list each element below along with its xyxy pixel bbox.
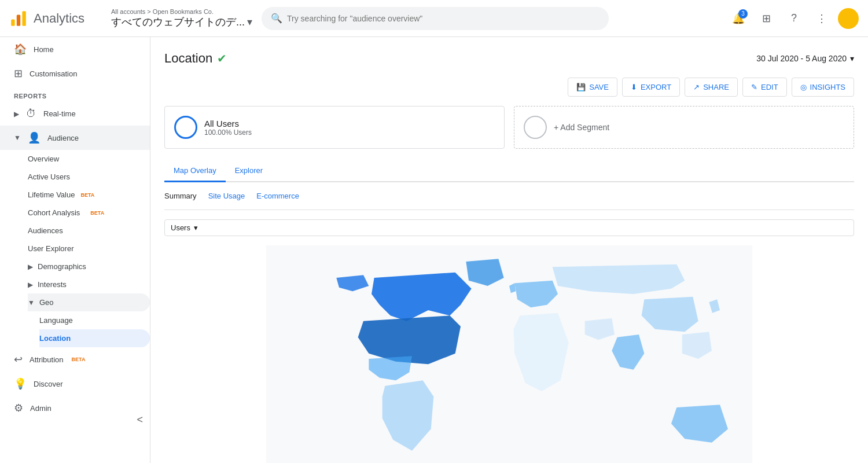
sidebar-customisation-label: Customisation (30, 69, 77, 78)
chevron-down-icon[interactable]: ▾ (247, 16, 252, 28)
verified-icon: ✔ (217, 52, 227, 65)
sidebar-item-customisation[interactable]: ⊞ Customisation (0, 61, 150, 86)
sidebar: 🏠 Home ⊞ Customisation REPORTS ▶ ⏱ Real-… (0, 37, 150, 463)
geo-expand-icon: ▼ (28, 299, 35, 307)
attribution-icon: ↩ (14, 353, 23, 366)
insights-label: INSIGHTS (810, 83, 845, 91)
discover-icon: 💡 (14, 377, 27, 390)
date-range-selector[interactable]: 30 Jul 2020 - 5 Aug 2020 ▾ (756, 54, 854, 63)
logo-area: Analytics (9, 9, 102, 28)
tab-explorer[interactable]: Explorer (226, 160, 272, 182)
sidebar-item-user-explorer[interactable]: User Explorer (28, 240, 150, 258)
world-map: 1 26 (164, 245, 854, 463)
realtime-icon: ⏱ (26, 108, 36, 120)
discover-label: Discover (34, 380, 63, 388)
sidebar-item-location[interactable]: Location (39, 329, 150, 347)
search-bar: 🔍 (262, 7, 609, 30)
active-users-label: Active Users (28, 172, 70, 181)
sub-tab-ecommerce[interactable]: E-commerce (256, 189, 299, 203)
sidebar-audience-sub: Overview Active Users Lifetime Value BET… (0, 150, 150, 347)
notification-badge: 3 (738, 9, 748, 19)
users-dropdown-arrow: ▾ (194, 223, 198, 232)
insights-button[interactable]: ◎ INSIGHTS (792, 78, 854, 97)
svg-rect-0 (11, 19, 14, 25)
insights-icon: ◎ (800, 83, 807, 91)
date-range-text: 30 Jul 2020 - 5 Aug 2020 (756, 54, 847, 63)
reports-section-label: REPORTS (0, 86, 150, 102)
geo-sub: Language Location (28, 311, 150, 347)
notifications-button[interactable]: 🔔 3 (727, 7, 750, 30)
search-icon: 🔍 (271, 13, 282, 24)
sidebar-audience-label: Audience (47, 134, 79, 142)
cohort-analysis-beta: BETA (90, 210, 104, 216)
sidebar-item-audiences[interactable]: Audiences (28, 222, 150, 240)
tabs-row: Map Overlay Explorer (164, 160, 854, 182)
sidebar-realtime-label: Real-time (43, 109, 76, 118)
export-button[interactable]: ⬇ EXPORT (622, 78, 680, 97)
segment-add[interactable]: + Add Segment (514, 106, 854, 149)
expand-icon: ▶ (14, 110, 19, 118)
sidebar-item-interests[interactable]: ▶ Interests (28, 275, 150, 293)
edit-icon: ✎ (751, 83, 757, 91)
sidebar-item-geo[interactable]: ▼ Geo (28, 293, 150, 311)
expand-icon: ▶ (28, 263, 33, 271)
sidebar-item-lifetime-value[interactable]: Lifetime Value BETA (28, 186, 150, 204)
sidebar-item-language[interactable]: Language (39, 311, 150, 329)
sub-tab-site-usage[interactable]: Site Usage (208, 189, 245, 203)
search-input[interactable] (287, 14, 599, 23)
edit-label: EDIT (761, 83, 778, 91)
page-title-area: Location ✔ (164, 51, 227, 66)
sidebar-item-audience[interactable]: ▼ 👤 Audience (0, 126, 150, 150)
map-container: 1 26 (164, 245, 854, 463)
lifetime-value-label: Lifetime Value (28, 190, 75, 199)
sidebar-home-label: Home (34, 45, 54, 54)
tab-map-overlay[interactable]: Map Overlay (164, 160, 226, 182)
action-buttons: 💾 SAVE ⬇ EXPORT ↗ SHARE ✎ EDIT ◎ INSIGHT… (164, 78, 854, 97)
date-range-chevron: ▾ (850, 54, 854, 63)
segment-circle-all-users (174, 116, 197, 139)
interests-label: Interests (38, 280, 67, 289)
cohort-analysis-label: Cohort Analysis (28, 208, 80, 217)
save-icon: 💾 (576, 83, 586, 91)
page-header: Location ✔ 30 Jul 2020 - 5 Aug 2020 ▾ (164, 51, 854, 66)
save-button[interactable]: 💾 SAVE (568, 78, 617, 97)
svg-rect-1 (17, 14, 20, 25)
sidebar-item-attribution[interactable]: ↩ Attribution BETA (0, 347, 150, 372)
help-button[interactable]: ? (782, 7, 806, 30)
export-icon: ⬇ (631, 83, 637, 91)
main-content: Location ✔ 30 Jul 2020 - 5 Aug 2020 ▾ 💾 … (150, 37, 868, 463)
sidebar-item-demographics[interactable]: ▶ Demographics (28, 258, 150, 275)
segments-row: All Users 100.00% Users + Add Segment (164, 106, 854, 149)
sidebar-item-realtime[interactable]: ▶ ⏱ Real-time (0, 102, 150, 126)
apps-button[interactable]: ⊞ (755, 7, 778, 30)
sidebar-item-cohort-analysis[interactable]: Cohort Analysis BETA (28, 204, 150, 222)
share-button[interactable]: ↗ SHARE (685, 78, 738, 97)
sidebar-item-admin[interactable]: ⚙ Admin (0, 396, 150, 420)
admin-icon: ⚙ (14, 402, 23, 414)
customisation-icon: ⊞ (14, 67, 23, 80)
expand-icon: ▼ (14, 134, 21, 142)
sidebar-item-discover[interactable]: 💡 Discover (0, 372, 150, 396)
page-title: Location (164, 51, 212, 66)
avatar[interactable] (838, 8, 859, 29)
sidebar-item-home[interactable]: 🏠 Home (0, 37, 150, 61)
users-dropdown[interactable]: Users ▾ (164, 219, 854, 236)
svg-rect-2 (22, 11, 25, 26)
collapse-sidebar-button[interactable]: < (137, 414, 143, 426)
audiences-label: Audiences (28, 226, 63, 235)
admin-label: Admin (30, 404, 52, 413)
sidebar-item-active-users[interactable]: Active Users (28, 168, 150, 186)
attribution-label: Attribution (30, 355, 64, 364)
home-icon: 🏠 (14, 43, 27, 56)
sidebar-item-overview[interactable]: Overview (28, 150, 150, 168)
edit-button[interactable]: ✎ EDIT (742, 78, 787, 97)
breadcrumb-main: すべてのウェブサイトのデ... ▾ (111, 15, 252, 29)
sub-tab-summary[interactable]: Summary (164, 189, 197, 203)
more-options-button[interactable]: ⋮ (810, 7, 833, 30)
lifetime-value-beta: BETA (80, 192, 94, 198)
analytics-logo-icon (9, 9, 28, 28)
logo-text: Analytics (34, 11, 84, 26)
sub-tabs-row: Summary Site Usage E-commerce (164, 182, 854, 210)
breadcrumb-title: すべてのウェブサイトのデ... (111, 15, 245, 29)
add-segment-label: + Add Segment (554, 123, 609, 132)
